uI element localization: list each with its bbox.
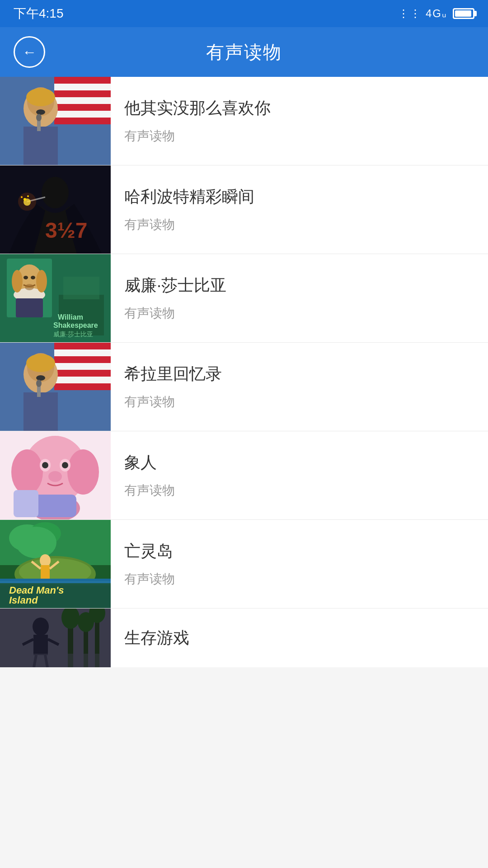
svg-rect-3 (54, 84, 111, 90)
svg-point-13 (36, 109, 45, 115)
svg-rect-52 (23, 392, 58, 431)
svg-rect-67 (34, 495, 76, 517)
item-thumbnail: Dead Man's Island (0, 520, 111, 608)
svg-point-33 (23, 276, 28, 279)
item-title: 哈利波特精彩瞬间 (124, 186, 474, 208)
svg-rect-44 (54, 349, 111, 356)
svg-point-64 (62, 462, 68, 468)
svg-point-53 (26, 354, 55, 372)
item-info: 他其实没那么喜欢你 有声读物 (111, 77, 488, 165)
item-thumbnail: William Shakespeare 威廉·莎士比亚 (0, 254, 111, 342)
item-thumbnail (0, 431, 111, 519)
item-thumbnail (0, 609, 111, 667)
list-item[interactable]: 他其实没那么喜欢你 有声读物 (0, 77, 488, 165)
svg-rect-5 (54, 97, 111, 104)
item-title: 他其实没那么喜欢你 (124, 97, 474, 119)
item-info: 亡灵岛 有声读物 (111, 520, 488, 608)
page-title: 有声读物 (206, 40, 282, 65)
status-bar: 下午4:15 ⋮⋮ 4Gᵤ (0, 0, 488, 27)
item-subtitle: 有声读物 (124, 393, 474, 410)
svg-rect-8 (54, 118, 111, 124)
svg-point-56 (36, 380, 42, 387)
svg-point-25 (18, 193, 36, 211)
svg-rect-30 (16, 298, 43, 317)
item-thumbnail (0, 343, 111, 431)
svg-point-59 (11, 449, 43, 495)
item-thumbnail: 3½7 (0, 165, 111, 254)
item-title: 希拉里回忆录 (124, 363, 474, 385)
audiobook-list: 他其实没那么喜欢你 有声读物 3½7 (0, 77, 488, 667)
svg-rect-11 (23, 127, 58, 165)
item-subtitle: 有声读物 (124, 216, 474, 233)
svg-rect-48 (54, 377, 111, 383)
svg-rect-6 (54, 104, 111, 111)
svg-rect-99 (0, 654, 111, 667)
item-subtitle: 有声读物 (124, 571, 474, 588)
svg-rect-43 (54, 343, 111, 349)
svg-point-12 (26, 88, 55, 106)
item-info: 象人 有声读物 (111, 431, 488, 519)
svg-point-65 (48, 471, 62, 482)
list-item[interactable]: Dead Man's Island 亡灵岛 有声读物 (0, 520, 488, 609)
svg-rect-2 (54, 77, 111, 84)
svg-point-87 (33, 618, 49, 636)
back-button[interactable]: ← (14, 36, 45, 68)
item-subtitle: 有声读物 (124, 305, 474, 322)
item-info: 希拉里回忆录 有声读物 (111, 343, 488, 431)
svg-point-73 (16, 527, 56, 558)
item-title: 威廉·莎士比亚 (124, 274, 474, 297)
header: ← 有声读物 (0, 27, 488, 77)
svg-rect-45 (54, 356, 111, 363)
item-title: 象人 (124, 452, 474, 474)
svg-text:William: William (58, 313, 83, 321)
svg-point-63 (42, 462, 48, 468)
item-subtitle: 有声读物 (124, 482, 474, 499)
svg-point-78 (40, 554, 51, 567)
svg-text:Island: Island (9, 594, 38, 606)
svg-rect-47 (54, 370, 111, 377)
svg-point-35 (25, 284, 34, 290)
signal-icon: ⋮⋮ 4Gᵤ (398, 7, 447, 20)
list-item[interactable]: 象人 有声读物 (0, 431, 488, 520)
svg-point-31 (12, 270, 23, 292)
battery-fill (455, 10, 471, 17)
item-thumbnail (0, 77, 111, 165)
svg-point-34 (31, 276, 35, 279)
time-display: 下午4:15 (14, 5, 64, 22)
list-item[interactable]: 3½7 哈利波特精彩瞬间 有声读物 (0, 165, 488, 254)
battery-icon (453, 8, 474, 19)
svg-rect-4 (54, 90, 111, 97)
item-subtitle: 有声读物 (124, 127, 474, 145)
svg-rect-49 (54, 383, 111, 390)
svg-rect-7 (54, 111, 111, 118)
item-info: 哈利波特精彩瞬间 有声读物 (111, 165, 488, 254)
svg-point-32 (36, 270, 47, 292)
item-info: 生存游戏 (111, 609, 488, 667)
svg-point-15 (36, 114, 42, 121)
list-item-partial[interactable]: 生存游戏 (0, 609, 488, 667)
svg-text:3½7: 3½7 (45, 218, 87, 242)
svg-text:威廉·莎士比亚: 威廉·莎士比亚 (53, 330, 93, 338)
svg-rect-79 (41, 565, 50, 579)
svg-point-54 (36, 375, 45, 381)
list-item[interactable]: 希拉里回忆录 有声读物 (0, 343, 488, 431)
item-title: 生存游戏 (124, 627, 189, 649)
item-title: 亡灵岛 (124, 540, 474, 562)
list-item[interactable]: William Shakespeare 威廉·莎士比亚 威廉·莎士比亚 有声读物 (0, 254, 488, 343)
back-arrow-icon: ← (22, 45, 37, 59)
svg-point-18 (42, 177, 69, 208)
svg-rect-37 (63, 277, 99, 299)
status-right: ⋮⋮ 4Gᵤ (398, 7, 474, 20)
svg-rect-46 (54, 363, 111, 370)
svg-point-60 (67, 449, 99, 495)
svg-rect-68 (14, 490, 38, 517)
item-info: 威廉·莎士比亚 有声读物 (111, 254, 488, 342)
svg-text:Shakespeare: Shakespeare (53, 321, 98, 329)
svg-rect-88 (33, 635, 48, 655)
